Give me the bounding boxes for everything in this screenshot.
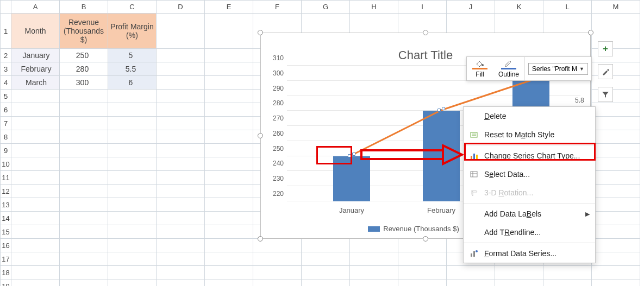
row-header-8[interactable]: 8 — [1, 130, 11, 144]
cell-b3[interactable]: 280 — [60, 62, 108, 76]
cell-d1[interactable] — [157, 14, 205, 49]
col-header-j[interactable]: J — [447, 1, 495, 14]
row-header-14[interactable]: 14 — [1, 212, 11, 225]
cell-c4[interactable]: 6 — [108, 76, 157, 90]
menu-reset-match-style[interactable]: Reset to Match Style — [464, 125, 595, 144]
row-header-16[interactable]: 16 — [1, 239, 11, 252]
menu-label: 3-D Rotation... — [484, 188, 533, 197]
svg-rect-11 — [473, 251, 475, 257]
row-18[interactable]: 18 — [1, 266, 640, 279]
cell-a4[interactable]: March — [11, 76, 60, 90]
chart-resize-handle[interactable] — [423, 30, 428, 35]
row-header-5[interactable]: 5 — [1, 90, 11, 103]
x-tick-label: February — [427, 206, 455, 214]
row-header-9[interactable]: 9 — [1, 144, 11, 157]
col-header-m[interactable]: M — [592, 1, 640, 14]
fill-label: Fill — [476, 71, 484, 78]
data-label[interactable]: 5.8 — [575, 97, 584, 104]
cell-e2[interactable] — [205, 49, 253, 62]
row-header-10[interactable]: 10 — [1, 157, 11, 171]
menu-add-data-labels[interactable]: Add Data LaBels ▶ — [464, 205, 595, 223]
series-selector[interactable]: Series "Profit M ▼ — [524, 57, 591, 80]
line-point-february[interactable] — [437, 107, 446, 112]
menu-format-data-series[interactable]: Format Data Series... — [464, 244, 595, 263]
cell-e4[interactable] — [205, 76, 253, 90]
col-header-a[interactable]: A — [11, 1, 60, 14]
col-header-h[interactable]: H — [350, 1, 398, 14]
menu-label: Delete — [484, 112, 506, 120]
legend-item-revenue[interactable]: Revenue (Thousands $) — [368, 225, 459, 233]
chart-resize-handle[interactable] — [258, 236, 263, 241]
svg-rect-10 — [471, 253, 472, 257]
menu-add-trendline[interactable]: Add TRendline... — [464, 223, 595, 241]
cell-a3[interactable]: February — [11, 62, 60, 76]
row-header-4[interactable]: 4 — [1, 76, 11, 90]
blank-icon — [469, 227, 479, 237]
y-tick: 300 — [266, 69, 284, 77]
menu-delete[interactable]: Delete — [464, 107, 595, 125]
col-header-d[interactable]: D — [157, 1, 205, 14]
row-header-13[interactable]: 13 — [1, 198, 11, 212]
funnel-icon — [601, 90, 610, 99]
cell-a2[interactable]: January — [11, 49, 60, 62]
col-header-f[interactable]: F — [253, 1, 302, 14]
cell-d3[interactable] — [157, 62, 205, 76]
row-19[interactable]: 19 — [1, 279, 640, 287]
cell-d4[interactable] — [157, 76, 205, 90]
cell-a1[interactable]: Month — [11, 14, 60, 49]
col-header-c[interactable]: C — [108, 1, 157, 14]
svg-point-12 — [476, 250, 478, 252]
reset-icon — [469, 130, 479, 139]
row-header-1[interactable]: 1 — [1, 14, 11, 49]
cell-c1[interactable]: Profit Margin (%) — [108, 14, 157, 49]
cell-b2[interactable]: 250 — [60, 49, 108, 62]
outline-button[interactable]: Outline — [493, 57, 524, 80]
menu-select-data[interactable]: Select Data... — [464, 165, 595, 183]
row-header-11[interactable]: 11 — [1, 171, 11, 185]
col-header-l[interactable]: L — [543, 1, 592, 14]
row-header-3[interactable]: 3 — [1, 62, 11, 76]
chart-resize-handle[interactable] — [588, 30, 593, 35]
row-header-15[interactable]: 15 — [1, 225, 11, 239]
y-tick: 240 — [266, 160, 284, 167]
cell-c2[interactable]: 5 — [108, 49, 157, 62]
chart-elements-button[interactable]: + — [598, 41, 613, 56]
chart-filters-button[interactable] — [598, 87, 613, 102]
fill-button[interactable]: Fill — [467, 57, 493, 80]
menu-label: Add Data LaBels — [484, 209, 541, 218]
row-header-2[interactable]: 2 — [1, 49, 11, 62]
col-header-i[interactable]: I — [398, 1, 447, 14]
mini-toolbar: Fill Outline Series "Profit M ▼ — [466, 56, 592, 81]
row-header-6[interactable]: 6 — [1, 103, 11, 117]
blank-icon — [469, 209, 479, 219]
row-header-18[interactable]: 18 — [1, 266, 11, 279]
row-header-12[interactable]: 12 — [1, 185, 11, 198]
col-header-e[interactable]: E — [205, 1, 253, 14]
chart-resize-handle[interactable] — [423, 236, 428, 241]
y-tick: 270 — [266, 115, 284, 122]
outline-label: Outline — [498, 71, 519, 78]
svg-marker-14 — [443, 145, 462, 164]
annotation-highlight-menu-item — [464, 143, 596, 161]
series-selector-label: Series "Profit M — [532, 65, 577, 73]
col-header-b[interactable]: B — [60, 1, 108, 14]
cell-e1[interactable] — [205, 14, 253, 49]
chart-resize-handle[interactable] — [258, 133, 263, 138]
col-header-g[interactable]: G — [302, 1, 350, 14]
menu-label: Format Data Series... — [484, 249, 557, 258]
y-tick: 230 — [266, 175, 284, 182]
cell-b4[interactable]: 300 — [60, 76, 108, 90]
cell-b1[interactable]: Revenue (Thousands $) — [60, 14, 108, 49]
col-header-k[interactable]: K — [495, 1, 543, 14]
row-header-17[interactable]: 17 — [1, 252, 11, 266]
rotation-icon — [469, 188, 479, 198]
fill-icon — [474, 59, 485, 67]
cell-d2[interactable] — [157, 49, 205, 62]
chart-resize-handle[interactable] — [258, 30, 263, 35]
row-header-7[interactable]: 7 — [1, 117, 11, 130]
chart-styles-button[interactable] — [598, 64, 613, 79]
cell-e3[interactable] — [205, 62, 253, 76]
cell-c3[interactable]: 5.5 — [108, 62, 157, 76]
select-all-cell[interactable] — [1, 1, 11, 14]
row-header-19[interactable]: 19 — [1, 279, 11, 287]
